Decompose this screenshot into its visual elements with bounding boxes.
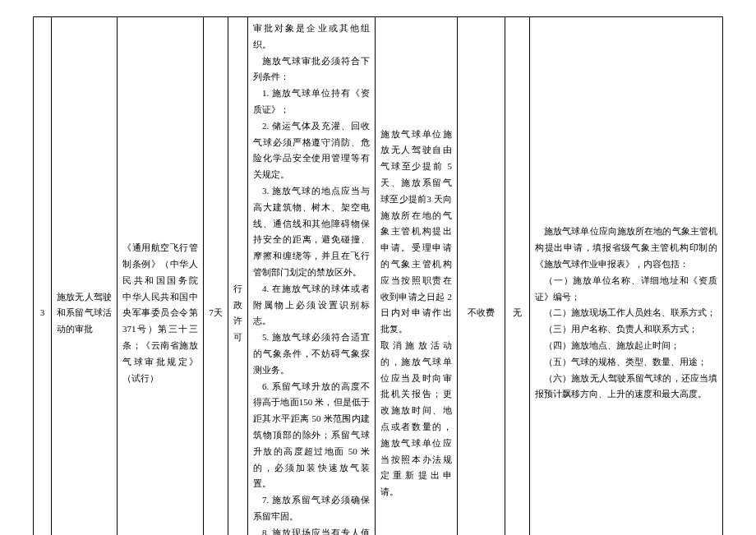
- item-name: 施放无人驾驶和系留气球活动的审批: [52, 17, 118, 536]
- cond-intro2: 施放气球审批必须符合下列条件：: [253, 53, 370, 86]
- cond-5: 5. 施放气球必须符合适宜的气象条件，不妨碍气象探测业务。: [253, 330, 370, 378]
- cond-2: 2. 储运气体及充灌、回收气球必须严格遵守消防、危险化学品安全使用管理等有关规定…: [253, 118, 370, 183]
- row-number: 3: [34, 17, 52, 536]
- note-6: （六）施放无人驾驶系留气球的，还应当填报预计飘移方向、上升的速度和最大高度。: [535, 371, 717, 404]
- fee-basis: 无: [505, 17, 530, 536]
- legal-basis: 《通用航空飞行管制条例》（中华人民共和国国务院 中华人民共和国中央军事委员会令第…: [118, 17, 204, 536]
- approval-table: 3 施放无人驾驶和系留气球活动的审批 《通用航空飞行管制条例》（中华人民共和国国…: [33, 16, 723, 535]
- cond-7: 7. 施放系留气球必须确保系留牢固。: [253, 492, 370, 525]
- type: 行政许可: [228, 17, 248, 536]
- conditions: 审批对象是企业或其他组织。 施放气球审批必须符合下列条件： 1. 施放气球单位持…: [248, 17, 376, 536]
- note-4: （四）施放地点、施放起止时间；: [535, 338, 717, 354]
- time-limit: 7天: [204, 17, 228, 536]
- note-intro: 施放气球单位应向施放所在地的气象主管机构提出申请，填报省级气象主管机构印制的《施…: [535, 224, 717, 272]
- note-3: （三）用户名称、负责人和联系方式；: [535, 321, 717, 338]
- cond-intro: 审批对象是企业或其他组织。: [253, 21, 370, 53]
- cond-8: 8. 施放现场应当有专人值守，以预防和处理意外情况。执法人员发现现场无人值守的，…: [253, 525, 370, 535]
- cond-4: 4. 在施放气球的球体或者附属物上必须设置识别标志。: [253, 281, 370, 330]
- fee: 不收费: [458, 17, 505, 536]
- table-row: 3 施放无人驾驶和系留气球活动的审批 《通用航空飞行管制条例》（中华人民共和国国…: [34, 17, 723, 536]
- cond-3: 3. 施放气球的地点应当与高大建筑物、树木、架空电线、通信线和其他障碍物保持安全…: [253, 183, 370, 281]
- procedure: 施放气球单位施放无人驾驶自由气球至少提前 5 天、施放系留气球至少提前3 天向施…: [376, 17, 458, 536]
- proc-1: 施放气球单位施放无人驾驶自由气球至少提前 5 天、施放系留气球至少提前3 天向施…: [380, 127, 452, 338]
- note-5: （五）气球的规格、类型、数量、用途；: [535, 354, 717, 371]
- note-2: （二）施放现场工作人员姓名、联系方式；: [535, 305, 717, 321]
- note-1: （一）施放单位名称、详细地址和《资质证》编号；: [535, 273, 717, 306]
- cond-1: 1. 施放气球单位持有《资质证》；: [253, 85, 370, 118]
- proc-2: 取消施放活动的，施放气球单位应当及时向审批机关报告；更改施放时间、地点或者数量的…: [380, 338, 452, 500]
- notes: 施放气球单位应向施放所在地的气象主管机构提出申请，填报省级气象主管机构印制的《施…: [530, 17, 723, 536]
- cond-6: 6. 系留气球升放的高度不得高于地面150 米，但是低于距其水平距离 50 米范…: [253, 379, 370, 493]
